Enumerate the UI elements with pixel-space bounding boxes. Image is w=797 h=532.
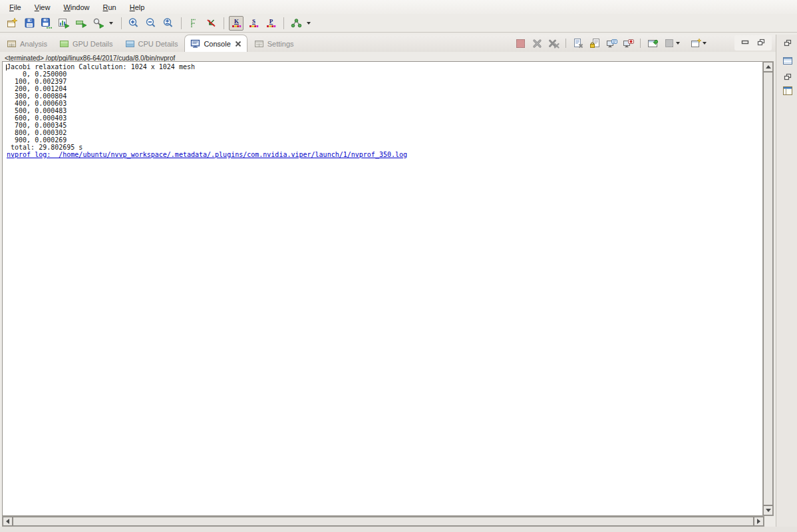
settings-view-icon (254, 39, 264, 49)
show-stdout-icon[interactable] (605, 37, 617, 49)
process-mode-icon[interactable]: P (263, 16, 278, 31)
vertical-scrollbar-thumb[interactable] (763, 72, 773, 505)
scroll-up-button[interactable] (763, 62, 773, 72)
console-view-icon (190, 39, 200, 49)
open-console-dropdown-caret[interactable] (703, 42, 707, 45)
tab-cpu-details[interactable]: CPU Details (120, 36, 184, 52)
triangle-left-icon (6, 519, 9, 524)
flag-marker-icon[interactable] (186, 16, 201, 31)
menu-view[interactable]: View (29, 1, 56, 13)
console-line: 500, 0.000483 (7, 107, 764, 114)
scroll-left-button[interactable] (3, 517, 13, 526)
tab-label: GPU Details (73, 40, 113, 48)
tab-label: Settings (267, 40, 294, 48)
minimize-view-icon[interactable] (740, 37, 750, 49)
display-console-dropdown-caret[interactable] (676, 42, 680, 45)
properties-view-icon[interactable] (782, 55, 793, 66)
console-line: 900, 0.000269 (7, 136, 764, 144)
console-line: 100, 0.002397 (7, 78, 764, 85)
svg-text:K: K (234, 18, 238, 25)
toolbar-separator (181, 17, 182, 29)
console-output[interactable]: Jacobi relaxation Calculation: 1024 x 10… (2, 61, 764, 516)
stream-mode-icon[interactable]: S (246, 16, 261, 31)
tab-analysis[interactable]: Analysis (1, 36, 53, 52)
console-line: 0, 0.250000 (7, 70, 764, 78)
menu-file[interactable]: File (4, 1, 27, 13)
svg-text:S: S (251, 18, 255, 25)
analyze-dropdown-caret[interactable] (109, 22, 113, 25)
cpu-details-view-icon (125, 39, 135, 49)
view-minmax-buttons (734, 35, 772, 51)
menubar: File View Window Run Help (0, 0, 797, 14)
horizontal-scrollbar[interactable] (2, 516, 764, 527)
remove-launch-icon[interactable] (531, 37, 543, 49)
toolbar-separator (224, 17, 224, 29)
nvvp-window: File View Window Run Help (0, 0, 797, 532)
console-line: Jacobi relaxation Calculation: 1024 x 10… (7, 63, 764, 70)
analysis-graph-dropdown-caret[interactable] (307, 22, 311, 25)
scroll-right-button[interactable] (754, 517, 764, 526)
zoom-fit-icon[interactable] (161, 16, 176, 31)
close-icon[interactable] (235, 41, 241, 47)
window-bottom-edge (0, 527, 797, 532)
tab-settings[interactable]: Settings (249, 36, 299, 52)
nvprof-log-link[interactable]: nvprof log: /home/ubuntu/nvvp_workspace/… (7, 151, 764, 158)
zoom-out-icon[interactable] (144, 16, 158, 31)
console-line: 400, 0.000603 (7, 100, 764, 107)
gpu-details-view-icon (59, 39, 69, 49)
main-toolbar: K S P (0, 14, 797, 33)
show-stderr-icon[interactable] (622, 37, 634, 49)
generate-timeline-icon[interactable] (57, 16, 71, 31)
maximize-view-icon[interactable] (756, 37, 766, 49)
tab-label: CPU Details (138, 40, 178, 48)
tab-console[interactable]: Console (184, 35, 247, 52)
tab-label: Console (204, 40, 230, 48)
analyze-icon[interactable] (91, 16, 106, 31)
console-line: 200, 0.001204 (7, 85, 764, 92)
zoom-in-icon[interactable] (126, 16, 141, 31)
remove-all-launches-icon[interactable] (548, 37, 559, 49)
menu-help[interactable]: Help (124, 1, 150, 13)
console-line: 600, 0.000403 (7, 114, 764, 122)
display-selected-console-icon[interactable] (663, 37, 675, 49)
kernel-mode-icon[interactable]: K (229, 16, 243, 31)
analysis-view-icon (7, 39, 17, 49)
console-line: 800, 0.000302 (7, 129, 764, 136)
minimized-views-strip (776, 35, 797, 532)
toolbar-separator (121, 17, 122, 29)
console-line: 300, 0.000804 (7, 92, 764, 100)
console-toolbar-separator (565, 39, 566, 48)
tab-label: Analysis (20, 40, 47, 48)
horizontal-scrollbar-thumb[interactable] (13, 517, 754, 526)
triangle-up-icon (766, 65, 771, 68)
toolbar-separator (283, 17, 284, 29)
triangle-down-icon (766, 509, 771, 512)
console-line: 700, 0.000345 (7, 122, 764, 129)
pin-console-icon[interactable] (647, 37, 659, 49)
new-session-icon[interactable] (5, 16, 19, 31)
triangle-right-icon (757, 519, 760, 524)
svg-text:P: P (269, 18, 273, 25)
restore-view-icon[interactable] (782, 37, 793, 49)
clear-console-icon[interactable] (572, 37, 584, 49)
tab-gpu-details[interactable]: GPU Details (54, 36, 118, 52)
details-view-icon[interactable] (782, 85, 793, 96)
restore-view-icon[interactable] (782, 71, 793, 82)
scroll-lock-icon[interactable] (589, 37, 601, 49)
console-line: total: 29.802695 s (7, 144, 764, 151)
flag-marker-off-icon[interactable] (204, 16, 218, 31)
console-toolbar (510, 37, 712, 49)
menu-run[interactable]: Run (98, 1, 122, 13)
save-icon[interactable] (22, 16, 37, 31)
text-cursor (6, 65, 7, 70)
collect-metrics-icon[interactable] (74, 16, 88, 31)
console-view: <terminated> /opt/pgi/linux86-64/2017/cu… (0, 52, 776, 532)
save-all-icon[interactable] (39, 16, 54, 31)
analysis-graph-icon[interactable] (289, 16, 303, 31)
menu-window[interactable]: Window (58, 1, 94, 13)
console-toolbar-separator (640, 39, 641, 48)
vertical-scrollbar[interactable] (762, 61, 774, 516)
open-console-icon[interactable] (690, 37, 702, 49)
terminate-icon[interactable] (514, 37, 526, 49)
scroll-down-button[interactable] (763, 505, 773, 515)
